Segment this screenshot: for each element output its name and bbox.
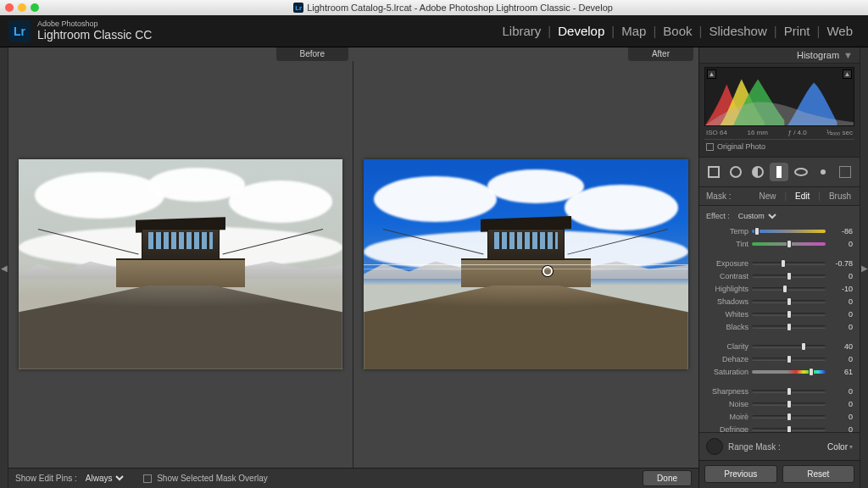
spot-tool-icon[interactable] — [726, 163, 745, 181]
original-photo-label: Original Photo — [717, 142, 765, 151]
original-photo-checkbox[interactable] — [706, 143, 714, 151]
mask-label: Mask : — [706, 191, 731, 201]
before-label: Before — [276, 47, 348, 61]
module-print[interactable]: Print — [777, 24, 817, 38]
show-edit-pins-label: Show Edit Pins : — [15, 474, 77, 483]
right-panel-toggle[interactable]: ▶ — [860, 47, 868, 488]
left-panel-toggle[interactable]: ◀ — [0, 47, 8, 488]
before-image — [19, 159, 342, 369]
show-edit-pins-select[interactable]: Always — [82, 473, 126, 484]
brush-tool-icon[interactable] — [814, 163, 832, 181]
module-web[interactable]: Web — [820, 24, 860, 38]
crop-tool-icon[interactable] — [704, 163, 723, 181]
redeye-tool-icon[interactable] — [748, 163, 767, 181]
lr-logo-icon: Lr — [8, 20, 31, 42]
window-title: Lightroom Catalog-5.lrcat - Adobe Photos… — [307, 3, 613, 13]
mask-tab-brush[interactable]: Brush — [827, 191, 853, 202]
module-library[interactable]: Library — [495, 24, 548, 38]
brand-product: Lightroom Classic CC — [37, 29, 152, 42]
meta-aperture: ƒ / 4.0 — [787, 129, 806, 136]
meta-focal: 16 mm — [747, 129, 767, 136]
slider-whites[interactable] — [752, 313, 826, 316]
histogram[interactable]: ▲ ▲ — [704, 67, 854, 126]
mask-overlay-label: Show Selected Mask Overlay — [157, 474, 268, 483]
slider-shadows[interactable] — [752, 300, 826, 303]
before-after-view[interactable] — [8, 61, 698, 468]
radial-filter-tool-icon[interactable] — [792, 163, 810, 181]
range-mask-picker-icon[interactable] — [706, 438, 723, 455]
slider-saturation[interactable] — [752, 370, 826, 374]
macos-titlebar: Lr Lightroom Catalog-5.lrcat - Adobe Pho… — [0, 0, 868, 15]
slider-clarity[interactable] — [752, 345, 826, 348]
lr-badge-icon: Lr — [293, 3, 303, 13]
slider-sharpness[interactable] — [752, 390, 826, 393]
slider-contrast[interactable] — [752, 274, 826, 278]
mask-overlay-checkbox[interactable] — [143, 474, 152, 483]
module-slideshow[interactable]: Slideshow — [702, 24, 773, 38]
develop-toolbar: Show Edit Pins : Always Show Selected Ma… — [8, 468, 698, 488]
module-book[interactable]: Book — [656, 24, 698, 38]
slider-noise[interactable] — [752, 402, 826, 406]
slider-defringe[interactable] — [752, 428, 826, 431]
minimize-traffic-light[interactable] — [18, 3, 26, 12]
mask-tab-new[interactable]: New — [757, 191, 777, 202]
slider-dehaze[interactable] — [752, 358, 826, 361]
tool-switch-icon[interactable] — [836, 163, 854, 181]
top-bar: Lr Adobe Photoshop Lightroom Classic CC … — [0, 15, 868, 47]
after-image — [364, 159, 688, 369]
local-tools-strip — [699, 157, 860, 187]
meta-shutter: ¹⁄₂₀₀₀ sec — [826, 129, 853, 136]
range-mask-label: Range Mask : — [728, 442, 781, 452]
slider-blacks[interactable] — [752, 325, 826, 329]
meta-iso: ISO 64 — [706, 129, 727, 136]
mask-tab-edit[interactable]: Edit — [793, 191, 811, 202]
right-panel: Histogram▼ ▲ ▲ ISO 64 16 mm ƒ / 4.0 ¹⁄₂₀… — [698, 47, 860, 488]
slider-temp[interactable] — [752, 230, 826, 233]
effect-select[interactable]: Custom — [735, 211, 779, 221]
range-mask-select[interactable]: Color▾ — [827, 442, 853, 452]
slider-tint[interactable] — [752, 242, 826, 246]
slider-highlights[interactable] — [752, 287, 826, 291]
slider-exposure[interactable] — [752, 262, 826, 265]
histogram-header[interactable]: Histogram▼ — [699, 47, 860, 64]
module-map[interactable]: Map — [615, 24, 653, 38]
zoom-traffic-light[interactable] — [31, 3, 39, 12]
effect-label: Effect : — [706, 212, 730, 220]
close-traffic-light[interactable] — [5, 3, 14, 12]
reset-button[interactable]: Reset — [782, 465, 855, 483]
previous-button[interactable]: Previous — [704, 465, 777, 483]
after-label: After — [628, 47, 693, 61]
module-develop[interactable]: Develop — [551, 24, 611, 38]
module-picker: Library| Develop| Map| Book| Slideshow| … — [495, 24, 860, 38]
slider-moire[interactable] — [752, 415, 826, 419]
graduated-filter-tool-icon[interactable] — [770, 163, 788, 181]
done-button[interactable]: Done — [643, 470, 692, 486]
